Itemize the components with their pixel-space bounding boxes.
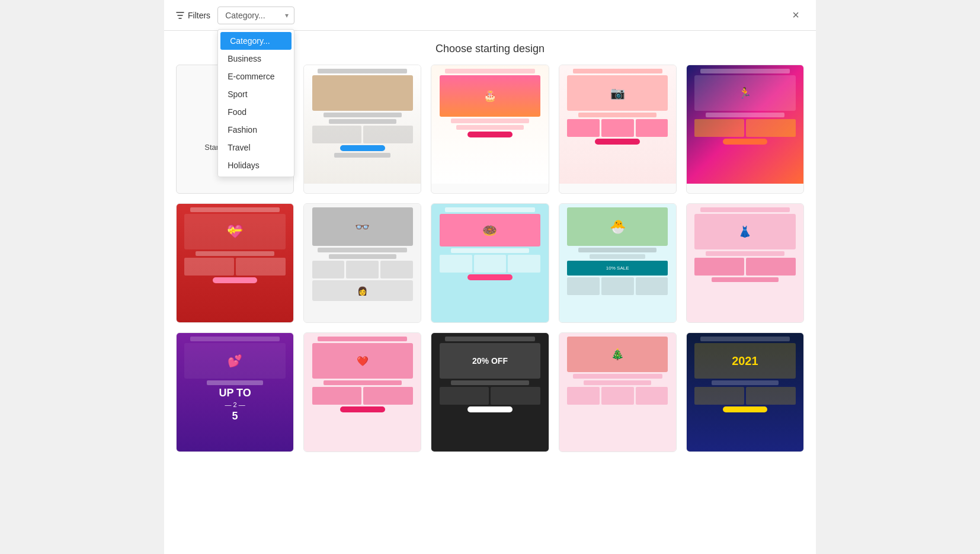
category-select[interactable]: Category... Business E-commerce Sport Fo… (217, 7, 294, 24)
template-card-black-sale[interactable]: 20% OFF (431, 332, 549, 452)
dropdown-item-sport[interactable]: Sport (218, 85, 294, 103)
template-thumb-newyear: 2021 (687, 333, 803, 451)
dropdown-item-food[interactable]: Food (218, 103, 294, 121)
filter-icon (176, 11, 184, 20)
template-thumb-black-sale: 20% OFF (431, 333, 548, 451)
template-grid-row3: 💕 UP TO — 2 — 5 ❤️ (176, 332, 804, 452)
dropdown-item-business[interactable]: Business (218, 50, 294, 68)
template-card-christmas[interactable]: 🎄 (559, 332, 677, 452)
template-thumb-sport: 🏃 (687, 65, 803, 184)
template-card-valentine-red[interactable]: 💝 (176, 203, 294, 323)
template-thumb-valentine-red: 💝 (177, 204, 293, 322)
template-thumb-christmas: 🎄 (559, 333, 676, 451)
dropdown-item-ecommerce[interactable]: E-commerce (218, 68, 294, 85)
template-grid-row2: 💝 👓 (176, 203, 804, 323)
dropdown-item-category[interactable]: Category... (220, 32, 292, 50)
page-title: Choose starting design (435, 43, 545, 55)
template-card-pink-shop[interactable]: 📷 (559, 65, 677, 194)
template-thumb-donut: 🍩 (431, 204, 548, 322)
dropdown-item-travel[interactable]: Travel (218, 139, 294, 156)
template-card-pink-sale[interactable]: ❤️ (303, 332, 421, 452)
filters-label: Filters (188, 11, 210, 20)
template-thumb-easter: 🐣 10% SALE (559, 204, 676, 322)
template-thumb-glasses: 👓 👩 (304, 204, 421, 322)
top-bar: Filters Category... Business E-commerce … (164, 0, 816, 31)
dropdown-item-fashion[interactable]: Fashion (218, 121, 294, 139)
template-thumb-spa: 👗 (687, 204, 803, 322)
template-card-spa[interactable]: 👗 (686, 203, 804, 323)
template-card-glasses[interactable]: 👓 👩 (303, 203, 421, 323)
close-button[interactable]: × (787, 6, 804, 24)
template-thumb-furniture (304, 65, 421, 184)
template-thumb-pink-shop: 📷 (559, 65, 676, 184)
category-dropdown-wrapper: Category... Business E-commerce Sport Fo… (217, 7, 294, 24)
template-card-birthday[interactable]: 🎂 (431, 65, 549, 194)
filters-button[interactable]: Filters (176, 11, 210, 20)
template-card-newyear[interactable]: 2021 (686, 332, 804, 452)
template-thumb-val-purple: 💕 UP TO — 2 — 5 (177, 333, 293, 451)
template-card-sport[interactable]: 🏃 (686, 65, 804, 194)
template-card-easter[interactable]: 🐣 10% SALE (559, 203, 677, 323)
template-card-donut[interactable]: 🍩 (431, 203, 549, 323)
dropdown-item-holidays[interactable]: Holidays (218, 156, 294, 174)
template-thumb-pink-sale: ❤️ (304, 333, 421, 451)
category-dropdown-menu: Category... Business E-commerce Sport Fo… (217, 29, 294, 177)
template-card-furniture[interactable] (303, 65, 421, 194)
template-thumb-birthday: 🎂 (431, 65, 548, 184)
template-card-val-purple[interactable]: 💕 UP TO — 2 — 5 (176, 332, 294, 452)
